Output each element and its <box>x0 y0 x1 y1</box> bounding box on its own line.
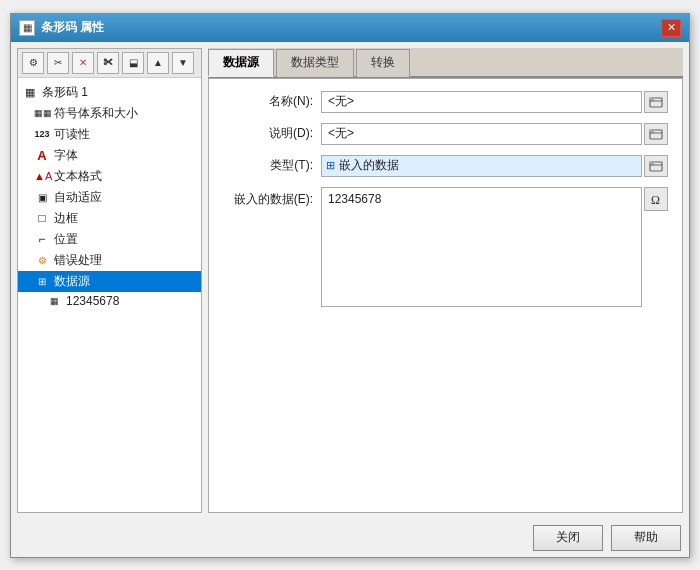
desc-input[interactable] <box>321 123 642 145</box>
content-area: ⚙ ✂ ✕ ✀ ⬓ ▲ ▼ ▦ 条形码 1 ▦▦ 符号体系和大小 <box>11 42 689 519</box>
tab-transform[interactable]: 转换 <box>356 49 410 77</box>
name-row: 名称(N): <box>223 91 668 113</box>
type-label: 类型(T): <box>223 157 313 174</box>
tabs-bar: 数据源 数据类型 转换 <box>208 48 683 78</box>
symbol-icon: ▦▦ <box>34 108 50 118</box>
title-bar: ▦ 条形码 属性 ✕ <box>11 14 689 42</box>
name-input-group <box>321 91 668 113</box>
help-btn[interactable]: 帮助 <box>611 525 681 551</box>
type-browse-icon <box>649 159 663 173</box>
tree-readability-label: 可读性 <box>54 126 90 143</box>
tree-view: ▦ 条形码 1 ▦▦ 符号体系和大小 123 可读性 A 字体 <box>18 78 201 512</box>
browse-icon <box>649 95 663 109</box>
position-icon: ⌐ <box>34 232 50 246</box>
tree-barcode1[interactable]: ▦ 条形码 1 <box>18 82 201 103</box>
toolbar-up-btn[interactable]: ▲ <box>147 52 169 74</box>
toolbar-delete-btn[interactable]: ✕ <box>72 52 94 74</box>
type-select-icon: ⊞ <box>326 159 335 172</box>
tree-textformat-label: 文本格式 <box>54 168 102 185</box>
name-browse-btn[interactable] <box>644 91 668 113</box>
name-input[interactable] <box>321 91 642 113</box>
embedded-label: 嵌入的数据(E): <box>223 187 313 208</box>
type-select-value: 嵌入的数据 <box>339 157 399 174</box>
tree-readability[interactable]: 123 可读性 <box>18 124 201 145</box>
toolbar-scissors-btn[interactable]: ✀ <box>97 52 119 74</box>
tree-barcode1-label: 条形码 1 <box>42 84 88 101</box>
autofit-icon: ▣ <box>34 192 50 203</box>
tree-border-label: 边框 <box>54 210 78 227</box>
tree-font-label: 字体 <box>54 147 78 164</box>
tree-symbol-label: 符号体系和大小 <box>54 105 138 122</box>
toolbar-cut-btn[interactable]: ✂ <box>47 52 69 74</box>
tree-font[interactable]: A 字体 <box>18 145 201 166</box>
border-icon: □ <box>34 211 50 225</box>
toolbar-copy-btn[interactable]: ⬓ <box>122 52 144 74</box>
title-bar-left: ▦ 条形码 属性 <box>19 19 104 36</box>
tree-autofit[interactable]: ▣ 自动适应 <box>18 187 201 208</box>
textformat-icon: ▲A <box>34 170 50 182</box>
left-panel: ⚙ ✂ ✕ ✀ ⬓ ▲ ▼ ▦ 条形码 1 ▦▦ 符号体系和大小 <box>17 48 202 513</box>
main-window: ▦ 条形码 属性 ✕ ⚙ ✂ ✕ ✀ ⬓ ▲ ▼ ▦ 条形码 1 <box>10 13 690 558</box>
barcode1-icon: ▦ <box>22 86 38 99</box>
type-browse-btn[interactable] <box>644 155 668 177</box>
name-label: 名称(N): <box>223 93 313 110</box>
type-row: 类型(T): ⊞ 嵌入的数据 <box>223 155 668 177</box>
svg-text:Ω: Ω <box>651 193 660 206</box>
left-toolbar: ⚙ ✂ ✕ ✀ ⬓ ▲ ▼ <box>18 49 201 78</box>
toolbar-settings-btn[interactable]: ⚙ <box>22 52 44 74</box>
tree-error-label: 错误处理 <box>54 252 102 269</box>
type-input-group: ⊞ 嵌入的数据 <box>321 155 668 177</box>
embedded-group: Ω <box>321 187 668 307</box>
omega-icon: Ω <box>649 192 663 206</box>
tree-position-label: 位置 <box>54 231 78 248</box>
tree-data-value[interactable]: ▦ 12345678 <box>18 292 201 310</box>
tree-datasource-label: 数据源 <box>54 273 90 290</box>
data-value-icon: ▦ <box>46 296 62 306</box>
type-select[interactable]: ⊞ 嵌入的数据 <box>321 155 642 177</box>
embedded-row: 嵌入的数据(E): Ω <box>223 187 668 307</box>
window-icon: ▦ <box>19 20 35 36</box>
bottom-bar: 关闭 帮助 <box>11 519 689 557</box>
toolbar-down-btn[interactable]: ▼ <box>172 52 194 74</box>
embedded-browse-btn[interactable]: Ω <box>644 187 668 211</box>
desc-input-group <box>321 123 668 145</box>
error-icon: ⚙ <box>34 255 50 266</box>
tree-autofit-label: 自动适应 <box>54 189 102 206</box>
desc-row: 说明(D): <box>223 123 668 145</box>
embedded-textarea[interactable] <box>321 187 642 307</box>
tree-symbol[interactable]: ▦▦ 符号体系和大小 <box>18 103 201 124</box>
desc-label: 说明(D): <box>223 125 313 142</box>
tree-data-value-label: 12345678 <box>66 294 119 308</box>
browse-icon2 <box>649 127 663 141</box>
close-dialog-btn[interactable]: 关闭 <box>533 525 603 551</box>
readability-icon: 123 <box>34 129 50 139</box>
right-panel: 数据源 数据类型 转换 名称(N): <box>208 48 683 513</box>
tab-datasource[interactable]: 数据源 <box>208 49 274 77</box>
tree-position[interactable]: ⌐ 位置 <box>18 229 201 250</box>
tree-datasource[interactable]: ⊞ 数据源 <box>18 271 201 292</box>
window-title: 条形码 属性 <box>41 19 104 36</box>
tree-error[interactable]: ⚙ 错误处理 <box>18 250 201 271</box>
tab-content: 名称(N): 说明(D): <box>208 78 683 513</box>
tab-datatype[interactable]: 数据类型 <box>276 49 354 77</box>
tree-textformat[interactable]: ▲A 文本格式 <box>18 166 201 187</box>
font-icon: A <box>34 148 50 163</box>
tree-border[interactable]: □ 边框 <box>18 208 201 229</box>
close-button[interactable]: ✕ <box>661 19 681 37</box>
datasource-icon: ⊞ <box>34 276 50 287</box>
desc-browse-btn[interactable] <box>644 123 668 145</box>
